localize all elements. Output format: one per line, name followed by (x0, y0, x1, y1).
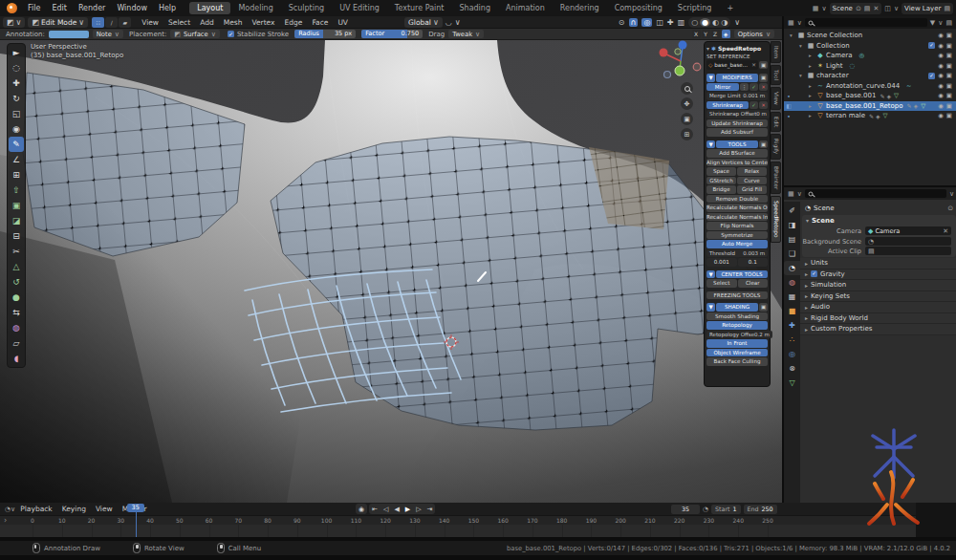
panel-header[interactable]: ▾ ✱ SpeedRetopo (706, 44, 768, 53)
workspace-tab[interactable]: + (719, 2, 741, 14)
zoom-icon[interactable] (681, 82, 693, 95)
orientation-dropdown[interactable]: Global ∨ (404, 17, 443, 28)
hide-eye-icon[interactable]: ◉ (938, 42, 944, 50)
workspace-tab[interactable]: Layout (189, 2, 230, 14)
tool-button[interactable]: ▱ (9, 335, 24, 351)
play-button[interactable]: ▶ (402, 504, 413, 514)
datablock-name[interactable]: base_base.001_Retopo (826, 102, 903, 110)
disclosure-arrow-icon[interactable]: ▸ (809, 93, 815, 98)
shading-filter-icon[interactable]: ▼ (706, 303, 715, 312)
datablock-name[interactable]: Annotation_curve.044 (826, 82, 900, 90)
camera-visibility-icon[interactable]: ▣ (946, 112, 952, 119)
3d-viewport[interactable]: User Perspective (35) base_base.001_Reto… (0, 40, 782, 503)
camera-visibility-icon[interactable]: ▣ (946, 82, 952, 90)
xray-toggle-icon[interactable]: ▥ (678, 18, 685, 27)
outliner-row[interactable]: ▸ ◆ Camera ◎ ✓ ◉ ▣ (784, 51, 956, 61)
flip-normals-button[interactable]: Flip Normals (706, 222, 768, 230)
face-select-button[interactable]: ▰ (119, 17, 131, 28)
object-wireframe-toggle-button[interactable]: Object Wireframe (706, 349, 768, 357)
camera-visibility-icon[interactable]: ▣ (946, 32, 952, 39)
menu-item[interactable]: Window (111, 0, 153, 16)
start-frame-field[interactable]: Start 1 (711, 505, 740, 514)
properties-tab[interactable]: ■ (784, 304, 800, 318)
clear-camera-icon[interactable]: ✕ (943, 227, 948, 235)
timeline-track[interactable] (0, 525, 916, 537)
menu-item[interactable]: Render (73, 0, 111, 16)
delete-shrinkwrap-icon[interactable]: ✕ (759, 101, 768, 110)
chevron-down-icon[interactable]: ∨ (949, 190, 954, 198)
collection-checkbox[interactable]: ✓ (928, 42, 935, 49)
center-select-button[interactable]: Select (706, 279, 737, 288)
copy-viewlayer-icon[interactable]: ▤ (944, 5, 950, 12)
tool-button[interactable]: ↻ (9, 91, 24, 106)
property-panel-header[interactable]: ▸ ✓ Simulation (800, 280, 956, 291)
tool-button[interactable]: ✎ (9, 137, 24, 152)
filter-icon[interactable]: ▼ (930, 19, 935, 27)
tool-button[interactable]: ↺ (9, 274, 24, 290)
center-tools-header-button[interactable]: CENTER TOOLS (716, 270, 768, 279)
viewport-menu-item[interactable]: View (137, 16, 163, 29)
workspace-tab[interactable]: Sculpting (281, 2, 332, 14)
camera-visibility-icon[interactable]: ▣ (946, 52, 952, 59)
display-mode-icon[interactable]: ▦ (788, 19, 794, 27)
properties-tab[interactable]: ⊗ (784, 361, 800, 376)
sidebar-tab[interactable]: Item (771, 41, 781, 63)
outliner-row[interactable]: ▾ ▦ Collection ✓ ◉ ▣ (784, 41, 956, 52)
camera-view-icon[interactable]: ▣ (681, 113, 693, 125)
add-bsurface-button[interactable]: Add BSurface (706, 149, 768, 158)
screen-button[interactable]: ▣ (759, 61, 768, 70)
workspace-tab[interactable]: Shading (451, 2, 498, 14)
factor-slider[interactable]: Factor 0.750 (361, 30, 423, 38)
properties-tab[interactable]: ❏ (784, 247, 800, 261)
material-shading-icon[interactable]: ◐ (712, 18, 719, 27)
overlays-icon[interactable]: ◫ (656, 18, 663, 27)
vertex-select-button[interactable]: ∷ (92, 17, 104, 28)
pin-icon[interactable]: ⊙ (947, 205, 953, 212)
delete-mirror-icon[interactable]: ✕ (759, 83, 768, 92)
copy-scene-icon[interactable]: ▤ (864, 5, 871, 12)
properties-search-input[interactable] (805, 189, 946, 198)
remove-double-button[interactable]: Remove Double (706, 195, 768, 204)
tool-button[interactable]: ⊟ (9, 228, 24, 244)
datablock-name[interactable]: Collection (816, 42, 850, 50)
snap-toggle-icon[interactable]: ◈ (722, 30, 730, 38)
chevron-down-icon[interactable]: ∨ (734, 18, 740, 27)
threshold-max-button[interactable]: 0.1 (738, 258, 769, 267)
sidebar-tab[interactable]: View (771, 87, 781, 110)
property-panel-header[interactable]: ▸ ✓ Keying Sets (800, 291, 956, 303)
pivot-point-icon[interactable]: ⊙ (619, 18, 625, 27)
current-frame-marker[interactable]: 35 (127, 504, 144, 512)
property-panel-header[interactable]: ▸ ✓ Rigid Body World (800, 313, 956, 325)
stabilize-stroke-checkbox[interactable]: ✓ (228, 31, 234, 37)
hide-eye-icon[interactable]: ◉ (938, 82, 944, 90)
radius-slider[interactable]: Radius 35 px (294, 30, 356, 38)
shading-header-button[interactable]: SHADING (716, 303, 758, 312)
properties-tab[interactable]: ∴ (784, 333, 800, 347)
properties-tab[interactable]: ◎ (784, 347, 800, 361)
viewport-menu-item[interactable]: Face (307, 16, 333, 29)
previous-keyframe-button[interactable]: ◁ (380, 504, 391, 514)
tool-button[interactable]: ▣ (9, 198, 24, 213)
tool-button[interactable]: ⇧ (9, 183, 24, 198)
datablock-name[interactable]: Light (826, 62, 842, 70)
center-tools-filter-icon[interactable]: ▼ (706, 270, 715, 279)
outliner-row[interactable]: ▾ ▦ Scene Collection ✓ ◉ ▣ (784, 31, 956, 41)
workspace-tab[interactable]: Rendering (553, 2, 607, 14)
property-panel-header[interactable]: ▸ ✓ Custom Properties (800, 324, 956, 335)
retopo-tool-button[interactable]: Bridge (706, 185, 736, 194)
workspace-tab[interactable]: Compositing (607, 2, 670, 14)
editor-type-button[interactable]: ◩ ∨ (3, 17, 25, 28)
tool-button[interactable]: ◍ (9, 320, 24, 335)
datablock-name[interactable]: terran male (826, 112, 865, 119)
tool-button[interactable]: △ (9, 259, 24, 274)
disclosure-arrow-icon[interactable]: ▾ (799, 43, 805, 49)
retopo-tool-button[interactable]: Curve (737, 177, 767, 185)
auto-keyframe-icon[interactable]: ◔ (703, 506, 708, 513)
disclosure-arrow-icon[interactable]: ▾ (799, 73, 805, 78)
next-keyframe-button[interactable]: ▷ (413, 504, 424, 514)
camera-field[interactable]: ◆ Camera ✕ (865, 226, 951, 235)
recalc-normals-out-button[interactable]: Recalculate Normals Ou... (706, 204, 768, 212)
delete-scene-icon[interactable]: ✕ (873, 5, 879, 12)
scene-panel-header[interactable]: ▾ Scene (802, 215, 956, 226)
clear-reference-icon[interactable]: ✕ (751, 62, 756, 68)
